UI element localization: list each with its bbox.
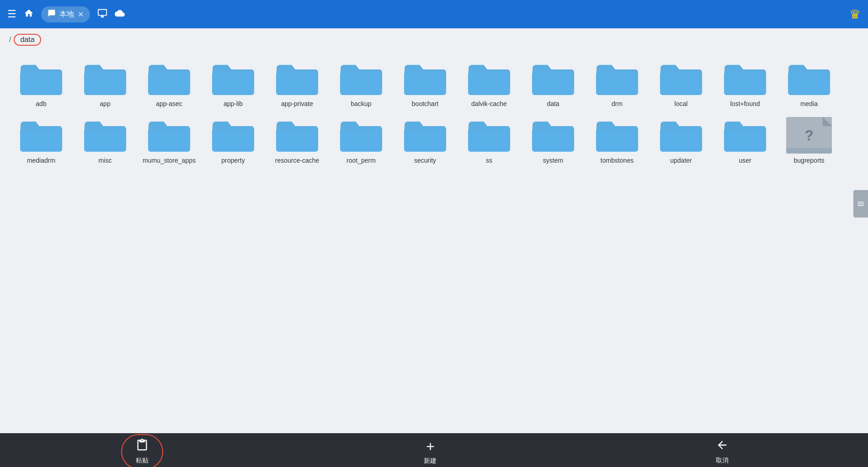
folder-item-data[interactable]: data [521, 56, 585, 112]
folder-item-drm[interactable]: drm [585, 56, 649, 112]
folder-icon [658, 117, 704, 154]
home-icon[interactable] [24, 8, 34, 21]
folder-item-media[interactable]: media [777, 56, 841, 112]
folder-icon [722, 117, 768, 154]
folder-icon [786, 60, 832, 97]
folder-item-property[interactable]: property [201, 112, 265, 169]
folder-item-app-asec[interactable]: app-asec [137, 56, 201, 112]
folder-label: media [800, 100, 818, 108]
folder-label: mumu_store_apps [143, 156, 196, 165]
paste-button[interactable]: 粘贴 [121, 434, 163, 467]
file-area: adb app app-asec [0, 51, 868, 433]
folder-icon [466, 60, 512, 97]
folder-icon [594, 117, 640, 154]
folder-item-app[interactable]: app [73, 56, 137, 112]
folder-icon [530, 60, 576, 97]
folder-label: security [414, 156, 436, 165]
folder-label: ss [486, 156, 492, 165]
folder-icon [82, 60, 128, 97]
new-label: 新建 [424, 457, 437, 465]
new-button[interactable]: + 新建 [405, 435, 455, 467]
folder-label: resource-cache [275, 156, 320, 165]
folder-item-adb[interactable]: adb [9, 56, 73, 112]
folder-item-user[interactable]: user [713, 112, 777, 169]
folder-label: backup [351, 100, 371, 108]
folder-label: app-lib [224, 100, 243, 108]
crown-icon: ♛ [849, 7, 861, 22]
folder-item-tombstones[interactable]: tombstones [585, 112, 649, 169]
folder-item-app-lib[interactable]: app-lib [201, 56, 265, 112]
folder-label: dalvik-cache [471, 100, 507, 108]
folder-icon [274, 117, 320, 154]
unknown-file-icon: ? [786, 117, 832, 154]
bottom-toolbar: 粘贴 + 新建 取消 [0, 433, 868, 467]
folder-label: system [543, 156, 563, 165]
monitor-icon[interactable] [97, 8, 107, 20]
folder-item-mediadrm[interactable]: mediadrm [9, 112, 73, 169]
folder-icon [146, 117, 192, 154]
folder-item-resource-cache[interactable]: resource-cache [265, 112, 329, 169]
folder-item-system[interactable]: system [521, 112, 585, 169]
folder-label: bootchart [412, 100, 438, 108]
cancel-label: 取消 [716, 456, 729, 465]
folder-label: property [221, 156, 245, 165]
folder-label: local [675, 100, 688, 108]
folder-icon [210, 60, 256, 97]
folder-label: app-asec [156, 100, 182, 108]
tab-icon [48, 9, 56, 20]
folder-item-updater[interactable]: updater [649, 112, 713, 169]
scroll-indicator[interactable] [853, 190, 868, 218]
folder-label: updater [670, 156, 692, 165]
folder-icon [146, 60, 192, 97]
folder-item-dalvik-cache[interactable]: dalvik-cache [457, 56, 521, 112]
folder-icon [338, 117, 384, 154]
paste-icon [136, 439, 149, 455]
folder-item-bootchart[interactable]: bootchart [393, 56, 457, 112]
folder-icon [274, 60, 320, 97]
folder-item-mumu_store_apps[interactable]: mumu_store_apps [137, 112, 201, 169]
breadcrumb: / data [0, 28, 868, 51]
folder-label: app-private [281, 100, 313, 108]
folder-icon [594, 60, 640, 97]
cloud-icon[interactable] [115, 8, 125, 20]
cancel-button[interactable]: 取消 [698, 435, 747, 467]
folder-icon [530, 117, 576, 154]
folder-item-security[interactable]: security [393, 112, 457, 169]
folder-icon [18, 117, 64, 154]
folder-item-backup[interactable]: backup [329, 56, 393, 112]
folder-label: user [739, 156, 751, 165]
folder-icon [466, 117, 512, 154]
folder-label: drm [612, 100, 623, 108]
breadcrumb-separator: / [9, 36, 11, 44]
breadcrumb-current[interactable]: data [14, 34, 41, 46]
folder-label: lost+found [730, 100, 760, 108]
folder-item-app-private[interactable]: app-private [265, 56, 329, 112]
folder-label: app [100, 100, 110, 108]
tab-close-icon[interactable]: ✕ [78, 10, 84, 19]
folder-icon [82, 117, 128, 154]
folder-item-lost+found[interactable]: lost+found [713, 56, 777, 112]
folder-label: misc [99, 156, 112, 165]
folder-item-ss[interactable]: ss [457, 112, 521, 169]
folder-label: bugreports [794, 156, 825, 165]
folder-icon [402, 60, 448, 97]
folder-icon [210, 117, 256, 154]
folder-icon [338, 60, 384, 97]
paste-label: 粘贴 [136, 456, 149, 465]
folder-item-misc[interactable]: misc [73, 112, 137, 169]
folder-label: mediadrm [27, 156, 55, 165]
folder-icon [18, 60, 64, 97]
folder-icon [402, 117, 448, 154]
folder-label: root_perm [346, 156, 376, 165]
folder-item-bugreports[interactable]: ? bugreports [777, 112, 841, 169]
folder-item-local[interactable]: local [649, 56, 713, 112]
local-tab[interactable]: 本地 ✕ [41, 6, 90, 22]
header: ☰ 本地 ✕ ♛ [0, 0, 868, 28]
folder-label: data [547, 100, 559, 108]
folder-icon [722, 60, 768, 97]
folder-label: tombstones [601, 156, 634, 165]
folder-icon [658, 60, 704, 97]
menu-icon[interactable]: ☰ [7, 8, 16, 20]
folder-item-root_perm[interactable]: root_perm [329, 112, 393, 169]
tab-title: 本地 [59, 10, 74, 19]
